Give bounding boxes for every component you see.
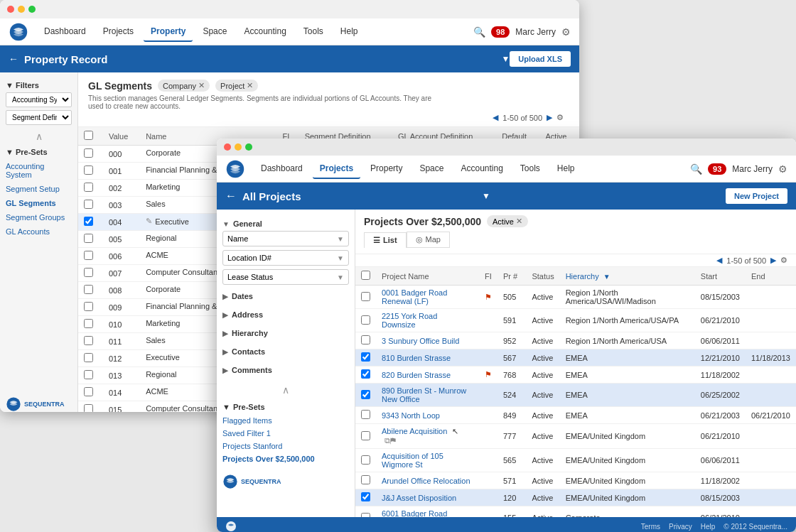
collapse-icon[interactable]: ∧ (0, 128, 77, 145)
address-header[interactable]: ▶ Address (222, 308, 349, 322)
row-checkbox[interactable] (84, 302, 93, 311)
close-button-front[interactable] (224, 143, 231, 151)
dates-header[interactable]: ▶ Dates (222, 289, 349, 303)
gear-icon-front[interactable]: ⚙ (778, 163, 787, 175)
row-checkbox[interactable] (84, 353, 93, 362)
project-name-link[interactable]: 3 Sunbury Office Build (382, 337, 459, 345)
row-checkbox[interactable] (84, 336, 93, 345)
row-checkbox[interactable] (361, 335, 370, 344)
project-name-link[interactable]: 2215 York Road Downsize (382, 312, 437, 329)
nav-front-tools[interactable]: Tools (513, 159, 547, 179)
row-checkbox[interactable] (361, 455, 370, 465)
row-checkbox[interactable] (361, 390, 370, 399)
search-icon[interactable]: 🔍 (473, 26, 485, 38)
back-arrow-front[interactable]: ← (225, 190, 237, 202)
sidebar-item-segment-groups[interactable]: Segment Groups (0, 210, 77, 224)
footer-help[interactable]: Help (701, 523, 716, 531)
preset-flagged-items[interactable]: Flagged Items (222, 414, 349, 427)
lease-status-input[interactable]: Lease Status ▼ (222, 269, 349, 285)
back-arrow[interactable]: ← (9, 53, 18, 65)
prev-projects-arrow[interactable]: ◀ (716, 256, 722, 265)
row-checkbox[interactable] (84, 319, 93, 328)
footer-terms[interactable]: Terms (641, 523, 660, 531)
minimize-button-front[interactable] (235, 143, 242, 151)
contacts-header[interactable]: ▶ Contacts (222, 344, 349, 359)
row-checkbox[interactable] (84, 370, 93, 379)
general-section-header[interactable]: ▼ General (222, 217, 349, 231)
row-checkbox[interactable] (361, 492, 370, 501)
prev-page-arrow[interactable]: ◀ (493, 113, 498, 122)
nav-front-property[interactable]: Property (363, 159, 409, 179)
company-tag-close[interactable]: ✕ (198, 81, 205, 90)
project-name-link[interactable]: 9343 North Loop (382, 411, 440, 420)
row-checkbox[interactable] (84, 404, 93, 412)
nav-help[interactable]: Help (333, 22, 365, 42)
nav-front-accounting[interactable]: Accounting (453, 159, 510, 179)
user-name[interactable]: Marc Jerry (515, 27, 556, 37)
nav-property[interactable]: Property (144, 22, 193, 42)
accounting-system-select[interactable]: Accounting Sys... (6, 92, 72, 107)
row-checkbox[interactable] (361, 410, 370, 419)
dropdown-arrow-icon[interactable]: ▼ (501, 54, 510, 64)
gear-icon[interactable]: ⚙ (561, 26, 571, 38)
close-button[interactable] (7, 6, 14, 13)
comments-header[interactable]: ▶ Comments (222, 363, 349, 377)
maximize-button[interactable] (28, 6, 36, 13)
project-name-link[interactable]: Arundel Office Relocation (382, 477, 470, 485)
project-name-link[interactable]: 820 Burden Strasse (382, 371, 451, 379)
footer-privacy[interactable]: Privacy (669, 523, 692, 531)
row-checkbox[interactable] (84, 217, 93, 226)
nav-projects[interactable]: Projects (96, 22, 141, 42)
row-checkbox[interactable] (84, 268, 93, 277)
sidebar-item-segment-setup[interactable]: Segment Setup (0, 182, 77, 196)
tab-list[interactable]: ☰List (364, 232, 407, 248)
projects-table-settings-icon[interactable]: ⚙ (780, 256, 787, 265)
notification-badge-front[interactable]: 93 (708, 163, 726, 175)
location-input[interactable]: Location ID# ▼ (222, 250, 349, 266)
row-checkbox[interactable] (84, 200, 93, 209)
minimize-button[interactable] (18, 6, 25, 13)
nav-front-space[interactable]: Space (412, 159, 451, 179)
project-tag-close[interactable]: ✕ (247, 81, 253, 90)
notification-badge[interactable]: 98 (491, 26, 510, 38)
project-name-link[interactable]: 0001 Badger Road Renewal (LF) (382, 288, 447, 305)
sidebar-item-gl-segments[interactable]: GL Segments (0, 196, 77, 210)
preset-saved-filter-1[interactable]: Saved Filter 1 (222, 427, 349, 440)
page-dropdown-arrow-icon[interactable]: ▼ (482, 191, 490, 201)
sidebar-item-gl-accounts[interactable]: GL Accounts (0, 224, 77, 239)
name-input[interactable]: Name ▼ (222, 231, 349, 246)
next-projects-arrow[interactable]: ▶ (770, 256, 776, 265)
row-checkbox[interactable] (361, 352, 370, 362)
row-checkbox[interactable] (84, 251, 93, 260)
row-checkbox[interactable] (84, 234, 93, 243)
project-name-link[interactable]: 890 Burden St - Munrow New Office (382, 386, 466, 403)
tab-map[interactable]: ◎Map (407, 232, 450, 248)
next-page-arrow[interactable]: ▶ (547, 113, 552, 122)
nav-front-help[interactable]: Help (550, 159, 582, 179)
preset-projects-over-2500000[interactable]: Projects Over $2,500,000 (222, 452, 349, 465)
row-checkbox[interactable] (84, 183, 93, 192)
nav-tools[interactable]: Tools (296, 22, 330, 42)
row-checkbox[interactable] (84, 387, 93, 396)
projects-select-all-checkbox[interactable] (361, 271, 370, 280)
select-all-checkbox[interactable] (84, 131, 93, 140)
project-name-link[interactable]: J&J Asset Disposition (382, 494, 456, 502)
nav-front-projects[interactable]: Projects (313, 159, 360, 179)
nav-dashboard[interactable]: Dashboard (37, 22, 93, 42)
nav-front-dashboard[interactable]: Dashboard (254, 159, 310, 179)
row-checkbox[interactable] (361, 513, 370, 518)
row-checkbox[interactable] (361, 431, 370, 440)
preset-projects-stanford[interactable]: Projects Stanford (222, 440, 349, 452)
row-checkbox[interactable] (84, 148, 93, 158)
nav-space[interactable]: Space (195, 22, 234, 42)
row-checkbox[interactable] (84, 165, 93, 175)
new-project-button[interactable]: New Project (726, 188, 787, 204)
row-checkbox[interactable] (361, 292, 370, 301)
row-checkbox[interactable] (361, 369, 370, 379)
table-settings-icon[interactable]: ⚙ (556, 113, 564, 122)
project-name-link[interactable]: 6001 Badger Road Renewal (LF) (382, 509, 447, 517)
sidebar-item-accounting-system[interactable]: Accounting System (0, 159, 77, 182)
active-tag-close[interactable]: ✕ (516, 217, 522, 226)
project-name-link[interactable]: Abilene Acquisition (382, 427, 447, 435)
hierarchy-header[interactable]: ▶ Hierarchy (222, 326, 349, 340)
